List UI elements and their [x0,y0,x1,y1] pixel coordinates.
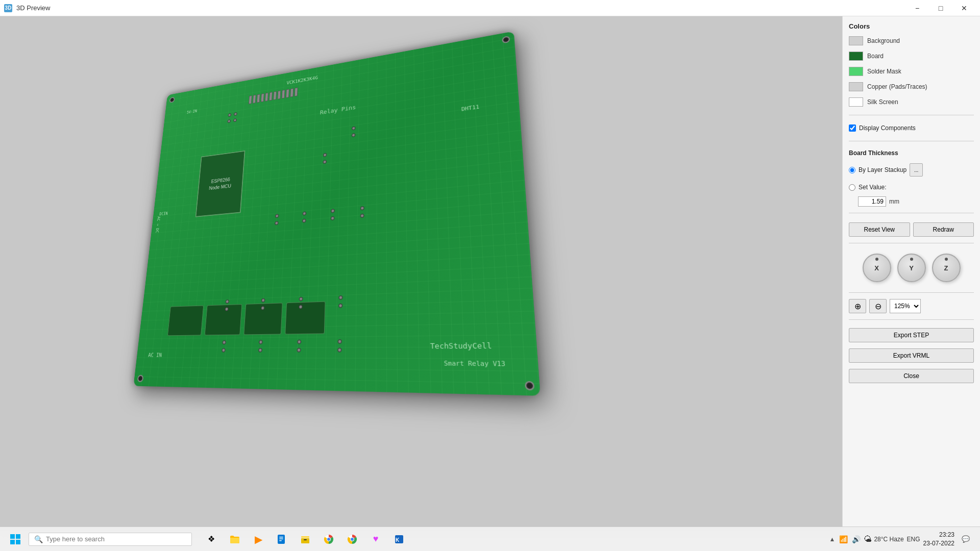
display-components-label[interactable]: Display Components [859,124,916,132]
separator-4 [849,243,974,243]
pin-11 [290,88,293,97]
svg-rect-9 [301,538,309,543]
dots-button[interactable]: ... [910,163,923,177]
taskbar: 🔍 ❖ ▶ [0,527,980,551]
zoom-row: ⊕ ⊖ 50% 75% 100% 125% 150% 200% [849,299,974,313]
swatch-board[interactable] [849,52,863,61]
kicad-icon[interactable]: K [388,528,410,550]
thickness-value-input[interactable] [858,196,886,207]
pcb-label-smart-relay: Smart Relay V13 [444,360,505,368]
label-copper: Copper (Pads/Traces) [867,83,927,90]
taskbar-right: ▲ 📶 🔊 🌤 28°C Haze ENG 23:23 23-07-2022 💬 [823,531,980,548]
svg-point-16 [351,538,354,541]
clock[interactable]: 23:23 23-07-2022 [923,531,954,548]
start-button[interactable] [4,528,27,550]
separator-1 [849,115,974,115]
weather-info: 🌤 28°C Haze [864,535,903,544]
svg-rect-6 [279,538,283,539]
task-view-button[interactable]: ❖ [200,528,223,550]
board-thickness-label: Board Thickness [849,149,974,157]
rotation-controls: X Y Z [849,254,974,282]
svg-rect-10 [304,539,307,540]
pcb-container: ESP8266Node MCU [133,31,540,396]
svg-rect-1 [16,534,20,539]
pcb-label-dcin: DCIN [159,211,168,216]
close-button[interactable]: ✕ [952,0,976,16]
archive-icon[interactable] [294,528,316,550]
window-controls: − □ ✕ [905,0,976,16]
folder-icon [229,534,240,545]
svg-rect-2 [10,540,15,544]
volume-icon[interactable]: 🔊 [852,535,861,543]
y-label: Y [909,264,914,272]
swatch-silk-screen[interactable] [849,97,863,107]
kicad-svg-icon: K [394,534,405,545]
swatch-solder-mask[interactable] [849,67,863,76]
color-row-silk: Silk Screen [849,97,974,107]
zoom-in-button[interactable]: ⊕ [849,299,866,313]
vlc-icon[interactable]: ▶ [247,528,270,550]
radio-by-layer-row: By Layer Stackup ... [849,163,974,177]
separator-2 [849,141,974,141]
date-display: 23-07-2022 [923,539,954,548]
taskbar-center: ❖ ▶ [196,528,823,550]
z-label: Z [944,264,948,272]
svg-rect-3 [16,540,20,544]
pin-7 [273,91,277,100]
weather-icon: 🌤 [864,535,872,544]
separator-5 [849,292,974,293]
pin-8 [278,90,281,99]
pin-9 [282,90,285,98]
radio-set-value[interactable] [849,184,855,191]
taskbar-left: 🔍 [0,528,196,550]
pcb-label-techstudycell: TechStudyCell [430,341,492,350]
by-layer-label[interactable]: By Layer Stackup [859,166,906,173]
export-vrml-button[interactable]: Export VRML [849,348,974,363]
app-icon: 3D [4,4,12,12]
pin-10 [286,89,289,97]
language-indicator[interactable]: ENG [907,536,920,543]
maximize-button[interactable]: □ [929,0,952,16]
chrome-icon[interactable] [317,528,340,550]
zoom-out-button[interactable]: ⊖ [869,299,887,313]
minimize-button[interactable]: − [905,0,929,16]
notification-button[interactable]: 💬 [958,531,974,547]
files-svg-icon [276,534,287,545]
color-row-background: Background [849,36,974,45]
redraw-button[interactable]: Redraw [913,222,974,237]
network-icon[interactable]: 📶 [839,535,848,543]
rotation-y-dial[interactable]: Y [897,254,926,282]
3d-viewport[interactable]: ESP8266Node MCU [0,16,842,531]
svg-rect-7 [279,540,282,541]
reset-view-button[interactable]: Reset View [849,222,910,237]
set-value-label[interactable]: Set Value: [859,184,886,191]
rotation-z-dial[interactable]: Z [932,254,961,282]
windows-icon [9,533,21,545]
color-row-copper: Copper (Pads/Traces) [849,82,974,91]
display-components-checkbox[interactable] [849,124,856,132]
esp8266-component: ESP8266Node MCU [195,151,246,217]
radio-by-layer[interactable] [849,167,855,173]
relay-1 [167,306,204,336]
svg-rect-8 [301,536,309,538]
swatch-background[interactable] [849,36,863,45]
pin-2 [253,95,256,104]
rotation-x-dial[interactable]: X [863,254,891,282]
archive-svg-icon [300,534,311,545]
y-dial-dot [910,258,913,261]
separator-3 [849,213,974,213]
close-button[interactable]: Close [849,369,974,383]
pin-6 [269,92,273,101]
chrome-icon-2[interactable] [341,528,363,550]
pin-1 [249,95,252,104]
weather-text: 28°C Haze [874,536,903,543]
show-hidden-icon[interactable]: ▲ [829,536,836,543]
search-input[interactable] [46,535,186,543]
file-explorer-icon[interactable] [224,528,246,550]
separator-6 [849,319,974,320]
zoom-level-select[interactable]: 50% 75% 100% 125% 150% 200% [890,299,921,313]
files-icon[interactable] [271,528,293,550]
app-icon-tb[interactable]: ♥ [364,528,387,550]
swatch-copper[interactable] [849,82,863,91]
export-step-button[interactable]: Export STEP [849,328,974,342]
